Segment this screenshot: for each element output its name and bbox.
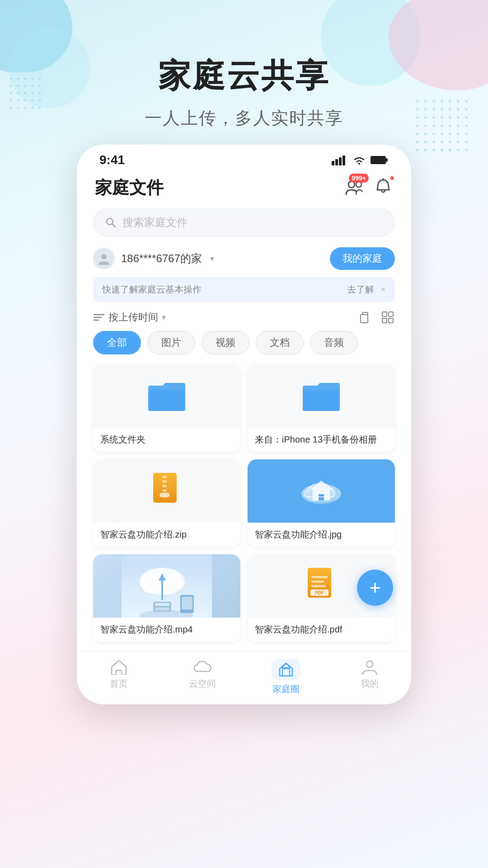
nav-item-profile[interactable]: 我的 — [328, 659, 411, 695]
svg-rect-48 — [155, 608, 169, 610]
status-bar: 9:41 — [77, 145, 411, 172]
svg-rect-7 — [343, 156, 345, 165]
info-banner: 快速了解家庭云基本操作 去了解 × — [93, 277, 395, 302]
svg-rect-1 — [416, 99, 470, 154]
svg-rect-50 — [182, 597, 192, 609]
app-header: 家庭文件 999+ — [77, 172, 411, 204]
svg-rect-47 — [155, 603, 169, 606]
svg-rect-10 — [386, 158, 388, 162]
nav-item-family[interactable]: 家庭圈 — [244, 659, 328, 695]
jpg-thumb — [248, 459, 395, 523]
file-item-jpg[interactable]: 智家云盘功能介绍.jpg — [248, 459, 395, 547]
file-name-2: 来自：iPhone 13手机备份相册 — [248, 428, 395, 452]
nav-family-icon — [277, 661, 295, 678]
status-time: 9:41 — [99, 153, 125, 167]
file-name-5: 智家云盘功能介绍.mp4 — [93, 618, 240, 642]
video-preview — [93, 554, 240, 618]
svg-rect-21 — [382, 312, 387, 316]
info-close-button[interactable]: × — [380, 284, 386, 295]
file-name-6: 智家云盘功能介绍.pdf — [248, 618, 395, 642]
family-name: 186****6767的家 — [121, 251, 202, 266]
nav-profile-icon — [361, 659, 379, 675]
svg-rect-27 — [162, 476, 167, 478]
notification-badge: 999+ — [349, 174, 369, 183]
family-avatar — [93, 248, 115, 269]
svg-rect-23 — [382, 318, 387, 323]
file-item-zip[interactable]: 智家云盘功能介绍.zip — [93, 459, 240, 547]
search-placeholder: 搜索家庭文件 — [122, 215, 188, 230]
svg-rect-9 — [371, 156, 386, 164]
svg-line-15 — [112, 224, 115, 227]
nav-item-cloud[interactable]: 云空间 — [160, 659, 244, 695]
dot-pattern-right — [416, 99, 470, 154]
wifi-icon — [352, 155, 366, 165]
svg-rect-5 — [335, 159, 338, 165]
svg-rect-54 — [311, 580, 324, 583]
svg-rect-29 — [162, 485, 167, 487]
svg-rect-28 — [162, 480, 167, 483]
fab-add-button[interactable]: + — [357, 570, 393, 606]
file-grid: 系统文件夹 来自：iPhone 13手机备份相册 — [77, 360, 411, 651]
svg-rect-55 — [311, 585, 326, 587]
family-left[interactable]: 186****6767的家 ▾ — [93, 248, 214, 269]
svg-point-8 — [358, 163, 360, 165]
sort-icon — [93, 312, 105, 322]
info-learn-link[interactable]: 去了解 — [347, 283, 374, 296]
svg-point-42 — [141, 574, 161, 594]
nav-home-icon — [110, 659, 128, 675]
svg-rect-20 — [361, 315, 368, 323]
bell-icon-wrapper[interactable] — [373, 177, 393, 199]
file-item-folder-1[interactable]: 系统文件夹 — [93, 364, 240, 452]
sort-label: 按上传时间 — [108, 311, 158, 324]
svg-point-16 — [101, 254, 107, 259]
sort-bar: 按上传时间 ▾ — [77, 307, 411, 328]
folder-icon-2 — [301, 379, 342, 413]
nav-item-home[interactable]: 首页 — [77, 659, 160, 695]
grid-icon[interactable] — [380, 310, 395, 325]
svg-point-43 — [164, 573, 183, 591]
file-name-1: 系统文件夹 — [93, 428, 240, 452]
filter-tab-docs[interactable]: 文档 — [256, 331, 304, 354]
nav-profile-label: 我的 — [361, 678, 379, 690]
mp4-thumb — [93, 554, 240, 618]
svg-rect-30 — [162, 489, 167, 492]
sort-left[interactable]: 按上传时间 ▾ — [93, 311, 166, 324]
family-chevron-icon: ▾ — [210, 254, 214, 264]
people-icon-wrapper[interactable]: 999+ — [344, 177, 364, 199]
filter-tab-videos[interactable]: 视频 — [202, 331, 249, 354]
phone-mockup: 9:41 家庭文件 — [77, 145, 411, 704]
file-item-folder-2[interactable]: 来自：iPhone 13手机备份相册 — [248, 364, 395, 452]
copy-icon[interactable] — [357, 310, 371, 325]
search-bar[interactable]: 搜索家庭文件 — [93, 208, 395, 236]
filter-tab-audio[interactable]: 音频 — [310, 331, 358, 354]
file-name-4: 智家云盘功能介绍.jpg — [248, 523, 395, 547]
zip-thumb — [93, 459, 240, 523]
info-banner-actions: 去了解 × — [347, 283, 386, 296]
filter-tab-images[interactable]: 图片 — [147, 331, 195, 354]
bottom-nav: 首页 云空间 家庭圈 — [77, 651, 411, 704]
svg-rect-31 — [160, 493, 169, 497]
person-icon — [97, 251, 111, 266]
svg-rect-3 — [9, 77, 45, 113]
zip-icon — [150, 471, 183, 511]
nav-home-label: 首页 — [110, 678, 128, 690]
file-item-mp4[interactable]: 智家云盘功能介绍.mp4 — [93, 554, 240, 642]
svg-text:PDF: PDF — [315, 590, 324, 595]
fab-plus-icon: + — [369, 576, 381, 599]
nav-cloud-label: 云空间 — [189, 678, 216, 690]
pdf-icon: PDF — [305, 566, 338, 606]
page-subtitle: 一人上传，多人实时共享 — [0, 107, 488, 130]
my-family-button[interactable]: 我的家庭 — [330, 247, 395, 270]
info-banner-text: 快速了解家庭云基本操作 — [102, 283, 202, 296]
app-header-title: 家庭文件 — [95, 176, 164, 199]
battery-icon — [371, 155, 389, 165]
svg-point-58 — [366, 661, 373, 667]
svg-rect-53 — [311, 576, 328, 578]
dot-pattern-left — [9, 77, 45, 113]
sort-chevron-icon: ▾ — [162, 312, 166, 322]
bell-dot — [389, 175, 395, 181]
filter-tab-all[interactable]: 全部 — [93, 331, 141, 354]
svg-rect-6 — [339, 157, 342, 165]
cloud-home-icon — [296, 471, 346, 511]
signal-icon — [332, 155, 348, 165]
